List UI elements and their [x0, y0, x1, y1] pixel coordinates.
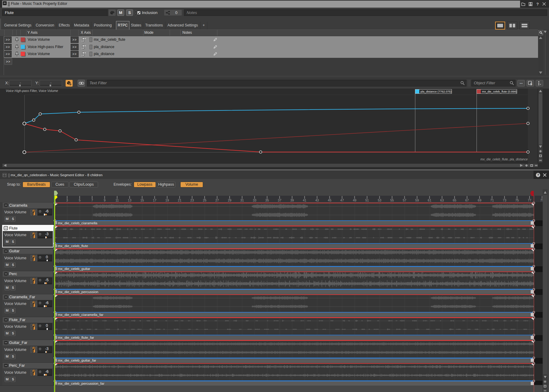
svg-text:79: 79	[540, 198, 543, 202]
svg-text:?: ?	[537, 173, 539, 177]
svg-text:?: ?	[537, 2, 539, 6]
